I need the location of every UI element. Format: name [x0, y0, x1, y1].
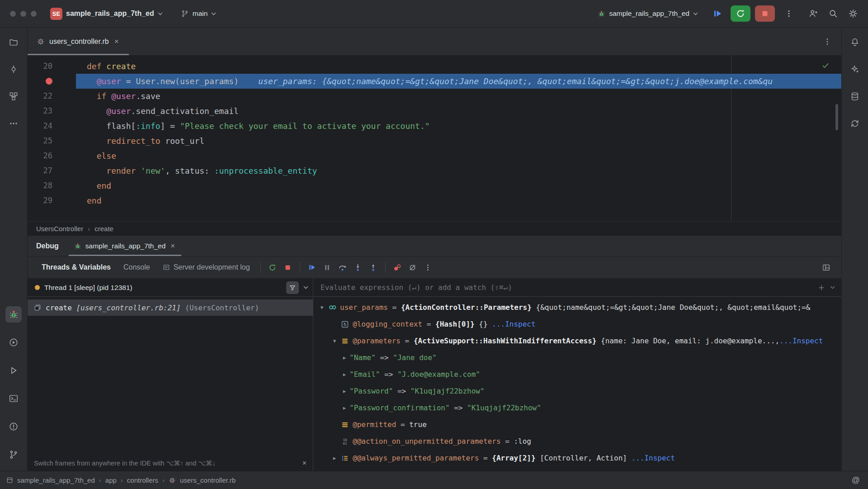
variable-row[interactable]: ▸"Email" => "J.doe@example.com"	[313, 366, 841, 383]
stop-toolbar-button[interactable]	[281, 261, 295, 274]
mute-breakpoints-button[interactable]	[406, 261, 420, 274]
step-out-button[interactable]	[366, 261, 381, 274]
sync-button[interactable]	[847, 115, 863, 132]
more-run-actions-button[interactable]	[780, 5, 797, 22]
debug-tool-button[interactable]	[5, 306, 22, 323]
statusbar-crumb-project[interactable]: sample_rails_app_7th_ed	[17, 476, 95, 484]
terminal-tool-button[interactable]	[5, 390, 22, 407]
step-over-button[interactable]	[335, 261, 350, 274]
tab-server-log[interactable]: Server development log	[157, 263, 256, 271]
view-breakpoints-button[interactable]	[390, 261, 405, 274]
notifications-button[interactable]	[847, 34, 863, 50]
ai-assistant-button[interactable]	[847, 61, 863, 77]
breadcrumb-method[interactable]: create	[94, 225, 113, 233]
code-editor[interactable]: 20def create @user = User.new(user_param…	[28, 55, 841, 221]
code-text: end	[76, 178, 841, 193]
problems-tool-button[interactable]	[5, 418, 22, 435]
chevron-open-icon[interactable]: ▾	[330, 337, 340, 344]
inspect-link[interactable]: ...Inspect	[492, 320, 535, 328]
stack-frame-row[interactable]: create [users_controller.rb:21] (UsersCo…	[28, 299, 313, 316]
database-button[interactable]	[847, 88, 863, 104]
chevron-down-icon[interactable]	[303, 286, 308, 289]
line-number[interactable]: 23	[28, 104, 76, 119]
variable-row[interactable]: ▸"Password_confirmation" => "K1uqjajf22b…	[313, 399, 841, 416]
step-into-button[interactable]	[351, 261, 365, 274]
statusbar-crumb-file[interactable]: users_controller.rb	[180, 476, 236, 484]
minimize-window-button[interactable]	[20, 11, 26, 17]
variable-row[interactable]: @permitted = true	[313, 416, 841, 433]
variable-row[interactable]: ▸"Name" => "Jane doe"	[313, 349, 841, 366]
git-branch-selector[interactable]: main	[176, 7, 221, 20]
zoom-window-button[interactable]	[31, 11, 37, 17]
structure-tool-button[interactable]	[5, 88, 22, 104]
breakpoint-dot[interactable]	[46, 78, 52, 85]
chevron-closed-icon[interactable]: ▸	[330, 455, 340, 461]
close-tab-icon[interactable]: ×	[113, 37, 120, 46]
close-hint-icon[interactable]: ×	[302, 459, 307, 467]
tab-console[interactable]: Console	[118, 263, 156, 271]
variable-row[interactable]: 1001@@action_on_unpermitted_parameters =…	[313, 433, 841, 450]
evaluate-expression-input[interactable]: Evaluate expression (↵) or add a watch (…	[313, 279, 841, 297]
debug-session-tab[interactable]: sample_rails_app_7th_ed ×	[69, 236, 181, 256]
project-selector[interactable]: SE sample_rails_app_7th_ed	[46, 5, 167, 23]
version-control-tool-button[interactable]	[5, 446, 22, 463]
breakpoint-gutter[interactable]	[28, 74, 76, 89]
tab-options-kebab-icon[interactable]	[823, 38, 831, 46]
inspection-ok-check-icon[interactable]	[821, 62, 830, 70]
pause-toolbar-button[interactable]	[320, 261, 335, 274]
statusbar-crumb-controllers[interactable]: controllers	[127, 476, 158, 484]
tab-threads-variables[interactable]: Threads & Variables	[36, 263, 117, 271]
line-number[interactable]: 27	[28, 163, 76, 178]
line-number[interactable]: 25	[28, 133, 76, 148]
chevron-closed-icon[interactable]: ▸	[340, 404, 349, 411]
settings-button[interactable]	[844, 5, 862, 22]
resume-toolbar-button[interactable]	[305, 261, 319, 274]
services-tool-button[interactable]	[5, 334, 22, 351]
inspect-link[interactable]: ...Inspect	[779, 337, 823, 345]
close-window-button[interactable]	[10, 11, 16, 17]
debug-panel-header: Debug sample_rails_app_7th_ed ×	[28, 235, 841, 256]
chevron-closed-icon[interactable]: ▸	[340, 354, 349, 361]
variable-row[interactable]: ▸@@always_permitted_parameters = {Array[…	[313, 450, 841, 466]
statusbar-crumb-app[interactable]: app	[105, 476, 117, 484]
breadcrumb-class[interactable]: UsersController	[36, 225, 83, 233]
add-watch-plus-icon[interactable]	[818, 285, 825, 291]
run-tool-button[interactable]	[5, 362, 22, 379]
chevron-open-icon[interactable]: ▾	[317, 304, 327, 311]
editor-tab-users-controller[interactable]: users_controller.rb ×	[28, 28, 129, 55]
close-session-icon[interactable]: ×	[170, 242, 176, 251]
resume-program-button[interactable]	[709, 5, 726, 22]
variable-text: "Password" => "K1uqjajf22bzhow"	[349, 387, 485, 395]
rerun-debug-toolbar-button[interactable]	[265, 261, 280, 274]
run-configuration-selector[interactable]: sample_rails_app_7th_ed	[593, 7, 703, 20]
variable-row[interactable]: ▸"Password" => "K1uqjajf22bzhow"	[313, 383, 841, 399]
stop-button[interactable]	[755, 5, 775, 22]
variable-text: @parameters = {ActiveSupport::HashWithIn…	[353, 337, 823, 345]
project-tool-button[interactable]	[5, 34, 22, 50]
commit-tool-button[interactable]	[5, 61, 22, 77]
editor-scrollbar-thumb[interactable]	[835, 104, 838, 130]
chevron-down-icon[interactable]	[830, 286, 835, 289]
variable-row[interactable]: ▾user_params = {ActionController::Parame…	[313, 299, 841, 316]
thread-status-dot	[35, 285, 40, 290]
debug-more-options-button[interactable]	[421, 261, 435, 274]
assistant-status-icon[interactable]: @	[852, 475, 860, 485]
chevron-closed-icon[interactable]: ▸	[340, 388, 349, 394]
line-number[interactable]: 26	[28, 148, 76, 163]
inspect-link[interactable]: ...Inspect	[632, 454, 675, 462]
search-everywhere-button[interactable]	[825, 5, 842, 22]
code-with-me-button[interactable]	[805, 5, 822, 22]
chevron-closed-icon[interactable]: ▸	[340, 371, 349, 378]
thread-selector[interactable]: Thread 1 [sleep] (pid 12381)	[28, 279, 313, 297]
line-number[interactable]: 20	[28, 59, 76, 74]
line-number[interactable]: 28	[28, 178, 76, 193]
rerun-debug-button[interactable]	[731, 5, 750, 22]
layout-settings-button[interactable]	[819, 261, 833, 274]
more-tool-windows-button[interactable]	[5, 115, 22, 132]
filter-frames-button[interactable]	[286, 281, 299, 294]
line-number[interactable]: 24	[28, 119, 76, 133]
line-number[interactable]: 29	[28, 193, 76, 208]
line-number[interactable]: 22	[28, 89, 76, 104]
variable-row[interactable]: ▾@parameters = {ActiveSupport::HashWithI…	[313, 332, 841, 349]
variable-row[interactable]: h@logging_context = {Hash[0]} {} ...Insp…	[313, 316, 841, 332]
